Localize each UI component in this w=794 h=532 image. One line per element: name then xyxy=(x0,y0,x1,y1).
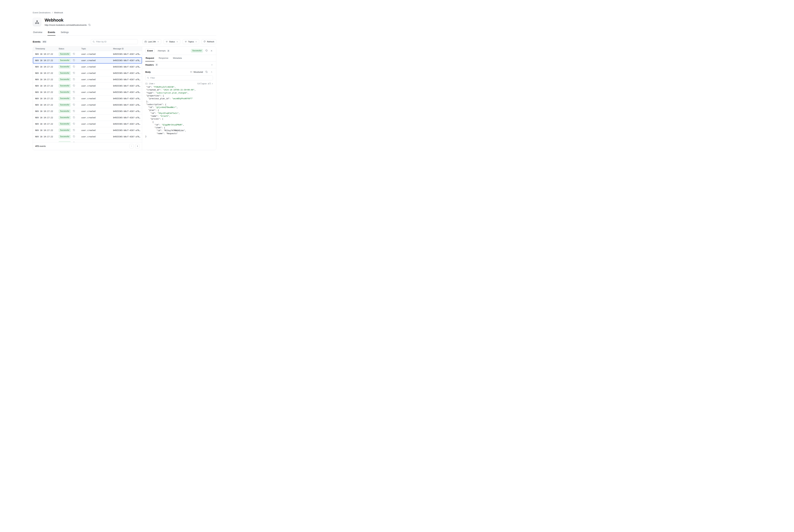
retry-event-button[interactable] xyxy=(73,110,75,112)
headers-section-toggle[interactable]: Headers 3 xyxy=(142,61,216,68)
timestamp-cell: NOV 18 10:17:22 xyxy=(33,135,59,138)
table-row[interactable]: NOV 18 10:17:22Successfuluser.createdb49… xyxy=(33,121,142,127)
retry-event-button[interactable] xyxy=(73,59,75,62)
refresh-button[interactable]: Refresh xyxy=(202,39,216,44)
json-line: "previous_plan_id": "aezmBVpPksWVY6FT" xyxy=(145,97,213,100)
tab-attempts[interactable]: Attempts 3 xyxy=(157,50,170,52)
chevron-left-icon xyxy=(131,145,133,147)
retry-icon xyxy=(205,50,208,52)
collapse-body-button[interactable] xyxy=(210,71,213,73)
retry-event-button[interactable] xyxy=(73,78,75,81)
tab-events[interactable]: Events xyxy=(48,30,55,35)
table-row[interactable]: NOV 18 10:17:22Successfuluser.createdb49… xyxy=(33,83,142,89)
retry-event-button[interactable] xyxy=(73,97,75,100)
previous-page-button[interactable] xyxy=(129,144,134,149)
next-page-button[interactable] xyxy=(135,144,139,149)
structured-label: Structured xyxy=(193,71,203,73)
retry-event-button[interactable] xyxy=(73,84,75,87)
body-filter-input[interactable] xyxy=(150,77,211,79)
events-table-body: NOV 18 10:17:22Successfuluser.createdb49… xyxy=(33,51,142,142)
column-message-id: Message ID xyxy=(113,48,142,50)
topic-cell: user.created xyxy=(81,84,113,87)
tab-event-detail[interactable]: Event xyxy=(145,49,155,53)
page-title: Webhook xyxy=(45,18,91,23)
event-status-badge: Successful xyxy=(191,49,203,53)
close-detail-button[interactable] xyxy=(210,50,213,52)
retry-event-button[interactable] xyxy=(73,116,75,119)
timestamp-cell: NOV 18 10:17:22 xyxy=(33,53,59,55)
status-cell: Successful xyxy=(59,59,81,62)
retry-icon xyxy=(73,84,75,87)
subtab-metadata[interactable]: Metadata xyxy=(173,55,182,61)
retry-event-button[interactable] xyxy=(73,65,75,68)
subtab-response[interactable]: Response xyxy=(158,55,169,61)
json-items-summary[interactable]: {1 item ↑ xyxy=(145,82,155,85)
tab-overview[interactable]: Overview xyxy=(33,30,42,35)
timestamp-cell: NOV 18 10:17:22 xyxy=(33,116,59,119)
events-heading: Events 472 xyxy=(33,40,47,43)
topics-filter-label: Topics xyxy=(188,40,194,43)
json-line: "id": "5HycQYuqK3eF5a2v", xyxy=(145,112,213,115)
message-id-cell: b4925365-b8cf-42b7-a76… xyxy=(113,53,142,55)
table-row[interactable]: NOV 18 10:17:22Successfuluser.createdb49… xyxy=(33,70,142,76)
json-line: "name": "Requests" xyxy=(145,132,213,135)
close-icon xyxy=(210,50,213,52)
breadcrumb-item-event-destinations[interactable]: Event Destinations xyxy=(33,12,51,14)
chevron-down-icon xyxy=(211,64,213,66)
status-filter-button[interactable]: Status xyxy=(164,39,180,44)
filter-by-id-input[interactable] xyxy=(96,40,136,43)
copy-url-button[interactable] xyxy=(88,23,91,26)
table-row[interactable]: NOV 18 10:17:22Successfuluser.createdb49… xyxy=(33,89,142,95)
subtab-request[interactable]: Request xyxy=(145,55,154,61)
topic-cell: user.created xyxy=(81,65,113,68)
time-range-button[interactable]: Last 24h xyxy=(143,39,161,44)
webhook-url: http://mock.hookdeck.com/webhooks/events xyxy=(45,24,87,26)
retry-event-button[interactable] xyxy=(73,91,75,93)
events-title: Events xyxy=(33,40,40,43)
timestamp-cell: NOV 18 10:17:22 xyxy=(33,110,59,112)
json-line: "subscription": { xyxy=(145,103,213,106)
json-line: "item": { xyxy=(145,126,213,129)
table-row[interactable]: NOV 18 10:17:22Successfuluser.createdb49… xyxy=(33,114,142,121)
table-row[interactable]: NOV 18 10:17:22Successfuluser.createdb49… xyxy=(33,134,142,140)
headers-count-badge: 3 xyxy=(155,63,158,66)
table-row[interactable]: NOV 18 10:17:22Successfuluser.createdb49… xyxy=(33,102,142,108)
retry-event-button[interactable] xyxy=(73,104,75,106)
table-row[interactable]: NOV 18 10:17:22Successfuluser.createdb49… xyxy=(33,51,142,57)
json-line: "plan": { xyxy=(145,109,213,112)
retry-event-button[interactable] xyxy=(205,49,208,52)
copy-body-button[interactable] xyxy=(205,71,208,73)
retry-event-button[interactable] xyxy=(73,135,75,138)
tab-settings[interactable]: Settings xyxy=(60,30,69,35)
topic-cell: user.created xyxy=(81,110,113,112)
retry-event-button[interactable] xyxy=(73,129,75,131)
table-row[interactable]: NOV 18 10:17:22Successfuluser.createdb49… xyxy=(33,108,142,114)
json-line: "prices": [ xyxy=(145,117,213,120)
status-badge: Successful xyxy=(59,103,71,107)
table-footer: 472events xyxy=(33,142,142,150)
json-line: "id": "QJgg9WrS4vyQPNdR", xyxy=(145,124,213,126)
status-badge: Successful xyxy=(59,135,71,138)
json-line: "name": "Growth", xyxy=(145,115,213,117)
table-row[interactable]: NOV 18 10:17:22Successfuluser.createdb49… xyxy=(33,140,142,142)
retry-event-button[interactable] xyxy=(73,72,75,74)
events-count-badge: 472 xyxy=(42,40,47,43)
topics-filter-button[interactable]: Topics xyxy=(183,39,199,44)
detail-actions: Successful xyxy=(191,49,213,53)
table-row[interactable]: NOV 18 10:17:22Successfuluser.createdb49… xyxy=(33,64,142,70)
column-status: Status xyxy=(59,48,81,50)
webhook-url-row: http://mock.hookdeck.com/webhooks/events xyxy=(45,23,91,26)
table-row[interactable]: NOV 18 10:17:22Successfuluser.createdb49… xyxy=(33,57,142,64)
retry-event-button[interactable] xyxy=(73,123,75,125)
collapse-all-button[interactable]: Collapse all ↑ xyxy=(197,82,213,85)
status-badge: Successful xyxy=(59,109,71,113)
pagination xyxy=(129,144,139,149)
json-line: "id": "gSjvn6eQTBewNWcr", xyxy=(145,106,213,109)
main-tabs: Overview Events Settings xyxy=(33,30,216,36)
table-row[interactable]: NOV 18 10:17:22Successfuluser.createdb49… xyxy=(33,95,142,102)
table-row[interactable]: NOV 18 10:17:22Successfuluser.createdb49… xyxy=(33,76,142,83)
retry-event-button[interactable] xyxy=(73,53,75,55)
message-id-cell: b4925365-b8cf-42b7-a76… xyxy=(113,123,142,125)
structured-view-toggle[interactable]: Structured xyxy=(190,71,203,73)
table-row[interactable]: NOV 18 10:17:22Successfuluser.createdb49… xyxy=(33,127,142,134)
